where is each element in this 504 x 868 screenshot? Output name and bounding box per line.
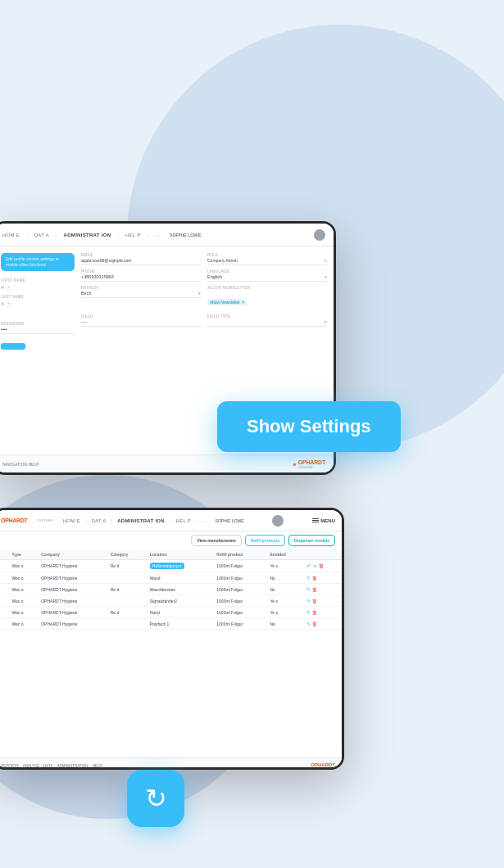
col-enabled: Enabled	[266, 549, 302, 560]
cell-type: Wec o	[8, 618, 38, 630]
save-button[interactable]	[1, 343, 25, 350]
delete-icon[interactable]: 🗑	[312, 610, 317, 615]
footer-nav-link[interactable]: NAVIGATION HELP	[2, 462, 39, 467]
check-icon[interactable]: ✓	[306, 563, 311, 569]
footer-analyse[interactable]: ANALYSE	[23, 764, 39, 767]
cell-category: Re d	[107, 607, 147, 618]
cell-location[interactable]: Halleneingang ▾	[147, 560, 214, 572]
col-refill: Refill product	[213, 549, 266, 560]
nav-home[interactable]: HOM E	[2, 233, 20, 237]
delete-icon[interactable]: 🗑	[312, 576, 317, 581]
cell-actions: ✎🗑	[303, 618, 342, 630]
cell-refill: 1000ml Folgut	[213, 618, 266, 630]
menu-icon	[312, 518, 319, 522]
edit-icon[interactable]: ✎	[313, 563, 317, 569]
delete-icon[interactable]: 🗑	[319, 563, 324, 568]
table-row: 6Wec oOPHARDT HygieneRe dWaschbecken1000…	[0, 584, 342, 595]
cell-company: OPHARDT Hygiene	[38, 572, 107, 584]
nav-help[interactable]: HEL P	[125, 233, 141, 237]
cell-type: Wac o	[8, 560, 38, 572]
cell-company: OPHARDT Hygiene	[38, 595, 107, 607]
avatar[interactable]	[314, 229, 325, 241]
cell-enabled: No	[266, 618, 302, 630]
field-newsletter: ALLOW NEWSLETTER Allow Newsletter ×	[207, 286, 327, 307]
cell-location: Waschbecken	[147, 584, 214, 595]
cell-refill: 1000ml Folgut	[213, 595, 266, 607]
table-row: 4Wac oOPHARDT HygieneRe dHalleneingang ▾…	[0, 560, 342, 572]
cell-id: 5	[0, 618, 8, 630]
bottom-logo: OPHARDT	[1, 518, 28, 523]
col-actions	[303, 549, 342, 560]
delete-icon[interactable]: 🗑	[312, 622, 317, 626]
cell-actions: ✓✎🗑	[303, 560, 342, 572]
cell-company: OPHARDT Hygiene	[38, 607, 107, 618]
footer-admin[interactable]: ADMINISTRATION	[57, 764, 88, 767]
action-bar: View manufacturers Refill products Dispe…	[0, 531, 342, 549]
edit-icon[interactable]: ✎	[306, 598, 311, 604]
logo-text: OPHARDT	[298, 459, 325, 465]
field-role: ROLE Company Admin ▾	[207, 253, 327, 265]
top-tablet-nav: HOM E | DAT A | ADMINISTRAT ION | HEL P …	[0, 224, 334, 246]
cell-actions: ✎🗑	[303, 595, 342, 607]
nav-administration[interactable]: ADMINISTRAT ION	[64, 233, 111, 237]
cell-id: 6	[0, 584, 8, 595]
cell-refill: 1000ml Folgut	[213, 560, 266, 572]
col-category: Category	[107, 549, 147, 560]
bottom-nav-user: SOPHIE LOWE	[216, 518, 244, 523]
ophardt-logo: ⊕ OPHARDT HYGIENE	[293, 459, 325, 469]
cell-enabled: No	[266, 572, 302, 584]
cell-location: Signalständer2	[147, 595, 214, 607]
location-select[interactable]: Halleneingang ▾	[150, 563, 184, 569]
footer-data[interactable]: DATA	[43, 764, 52, 767]
cell-enabled: Ye s	[266, 560, 302, 572]
bottom-nav-data[interactable]: DAT A	[91, 518, 106, 523]
cell-refill: 1000ml Folgut	[213, 584, 266, 595]
refresh-fab[interactable]: ↻	[127, 770, 184, 827]
col-id	[0, 549, 8, 560]
top-tablet-footer: NAVIGATION HELP ⊕ OPHARDT HYGIENE	[0, 454, 334, 472]
view-manufacturers-btn[interactable]: View manufacturers	[191, 535, 241, 546]
dispensers-table: Type Company Category Location Refill pr…	[0, 549, 342, 630]
cell-id: 4	[0, 607, 8, 618]
cell-refill: 1000ml Folgut	[213, 572, 266, 584]
bottom-avatar[interactable]	[272, 515, 284, 527]
field-password: PASSWORD ••••	[1, 322, 75, 334]
nav-data[interactable]: DAT A	[34, 233, 49, 237]
cell-location: Wand	[147, 572, 214, 584]
nav-more[interactable]: ...	[155, 233, 160, 237]
refill-products-btn[interactable]: Refill products	[245, 535, 285, 546]
edit-icon[interactable]: ✎	[306, 586, 311, 592]
cell-actions: ✎🗑	[303, 572, 342, 584]
delete-icon[interactable]: 🗑	[312, 587, 317, 592]
col-type: Type	[8, 549, 38, 560]
cell-enabled: Ye s	[266, 607, 302, 618]
bottom-nav-more[interactable]: ...	[202, 518, 207, 523]
dispenser-models-btn[interactable]: Dispenser models	[288, 535, 335, 546]
logo-arrows: ⊕	[293, 462, 297, 467]
show-settings-button[interactable]: Show Settings	[217, 401, 401, 452]
bottom-footer-logo-sub: hygiene	[311, 767, 335, 768]
cell-category	[107, 572, 147, 584]
bottom-tablet-nav: OPHARDT SYSTEMS HOM E | DAT A | ADMINIST…	[0, 510, 342, 531]
field-firstname: FIRST NAME ...	[1, 278, 75, 291]
form-left-panel: Edit profile section settings to enable …	[1, 253, 75, 448]
bottom-nav-help[interactable]: HEL P	[176, 518, 192, 523]
cell-id: 4	[0, 560, 8, 572]
field-lastname: LAST NAME ...	[1, 295, 75, 307]
cell-type: Wec o	[8, 572, 38, 584]
bottom-nav-home[interactable]: HOM E	[63, 518, 80, 523]
bottom-footer-logo-text: OPHARDT	[311, 762, 335, 767]
nav-username: SOPHIE LOWE	[170, 233, 202, 237]
footer-help[interactable]: HELP	[93, 764, 102, 767]
cell-location: Hand	[147, 607, 214, 618]
delete-icon[interactable]: 🗑	[312, 599, 317, 604]
cell-category	[107, 618, 147, 630]
edit-icon[interactable]: ✎	[306, 621, 311, 626]
table-row: 4Wac oOPHARDT HygieneRe dHand1000ml Folg…	[0, 607, 342, 618]
cell-id: 6	[0, 595, 8, 607]
footer-reports[interactable]: REPORTS	[1, 764, 19, 767]
edit-icon[interactable]: ✎	[306, 575, 311, 581]
bottom-nav-admin[interactable]: ADMINISTRAT ION	[117, 518, 165, 523]
edit-icon[interactable]: ✎	[306, 609, 311, 615]
menu-button[interactable]: MENU	[312, 518, 335, 523]
